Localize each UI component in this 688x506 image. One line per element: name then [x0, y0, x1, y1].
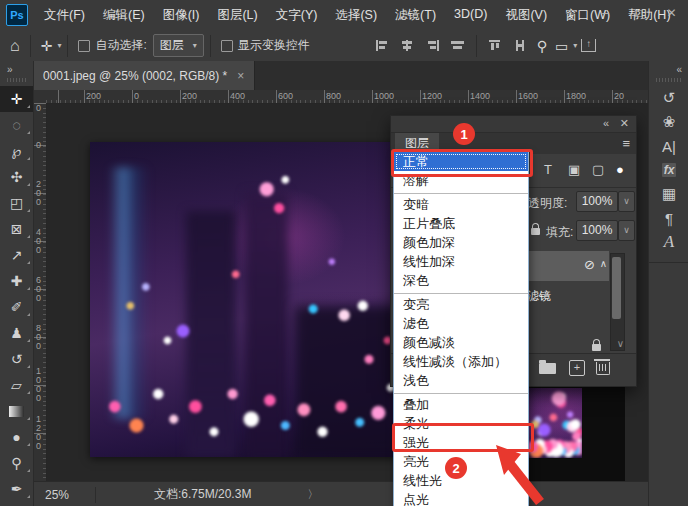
panel-menu-icon[interactable]: ≡: [622, 136, 630, 151]
minimize-button[interactable]: –: [589, 0, 622, 26]
panel-icon-paragraph[interactable]: ¶: [649, 206, 688, 230]
blend-mode-pin-light[interactable]: 点光: [394, 490, 528, 506]
panel-icon-color[interactable]: ❀: [649, 110, 688, 134]
new-layer-icon[interactable]: +: [569, 360, 585, 376]
chevron-up-icon[interactable]: ∧: [600, 258, 607, 269]
move-tool-preset-icon[interactable]: ✛: [37, 38, 57, 54]
dodge-tool[interactable]: ⚲: [0, 450, 33, 476]
align-right-icon[interactable]: [426, 40, 439, 51]
panel-icon-styles[interactable]: fx: [649, 158, 688, 182]
blend-mode-lighter-color[interactable]: 浅色: [394, 371, 528, 390]
history-brush-tool[interactable]: ↺: [0, 346, 33, 372]
menu-file[interactable]: 文件(F): [36, 3, 93, 28]
menu-view[interactable]: 视图(V): [497, 3, 555, 28]
panel-icon-character[interactable]: A|: [649, 134, 688, 158]
marquee-tool[interactable]: ◌: [0, 112, 33, 138]
move-tool[interactable]: ✛: [0, 86, 33, 112]
blend-mode-hard-light[interactable]: 强光: [394, 433, 528, 452]
document-tab[interactable]: 0001.jpeg @ 25% (0002, RGB/8) * ×: [33, 61, 255, 90]
frame-tool[interactable]: ⊠: [0, 216, 33, 242]
v-ruler-label: 600: [34, 276, 43, 303]
blend-mode-darker-color[interactable]: 深色: [394, 271, 528, 290]
brush-tool[interactable]: ✐: [0, 294, 33, 320]
blend-mode-color-burn[interactable]: 颜色加深: [394, 233, 528, 252]
eraser-tool[interactable]: ▱: [0, 372, 33, 398]
auto-select-checkbox[interactable]: [78, 40, 90, 52]
artboard-frame-icon[interactable]: ▭: [551, 38, 572, 54]
zoom-level-field[interactable]: 25%: [45, 488, 95, 502]
blend-mode-color-dodge[interactable]: 颜色减淡: [394, 333, 528, 352]
blend-mode-linear-light[interactable]: 线性光: [394, 471, 528, 490]
auto-select-dropdown[interactable]: 图层 ▾: [153, 34, 204, 57]
pen-tool[interactable]: ✒: [0, 476, 33, 502]
smart-filter-header[interactable]: ⊘ ∧: [526, 251, 609, 281]
scrollbar-thumb[interactable]: [612, 257, 621, 319]
distribute-vertical-icon[interactable]: [514, 40, 527, 51]
collapse-dock-icon[interactable]: «: [649, 61, 688, 75]
maximize-button[interactable]: □: [622, 0, 655, 26]
panel-icon-info[interactable]: ▦: [649, 182, 688, 206]
expand-tools-icon[interactable]: »: [0, 61, 33, 75]
menu-3d[interactable]: 3D(D): [446, 3, 495, 28]
distribute-icon[interactable]: [451, 40, 464, 51]
filter-shape-icon[interactable]: ▣: [568, 162, 580, 177]
share-export-icon[interactable]: ↑: [581, 39, 596, 52]
align-top-icon[interactable]: [489, 40, 502, 51]
crop-tool[interactable]: ◰: [0, 190, 33, 216]
menu-select[interactable]: 选择(S): [327, 3, 385, 28]
eyedropper-tool[interactable]: ↗: [0, 242, 33, 268]
quick-select-tool[interactable]: ✣: [0, 164, 33, 190]
new-group-icon[interactable]: [539, 363, 556, 374]
menu-image[interactable]: 图像(I): [155, 3, 208, 28]
close-panel-icon[interactable]: ✕: [620, 117, 629, 130]
opacity-caret-icon[interactable]: ∨: [618, 191, 635, 212]
ruler-origin[interactable]: [33, 90, 47, 104]
blend-mode-darken[interactable]: 变暗: [394, 195, 528, 214]
align-left-icon[interactable]: [376, 40, 389, 51]
search-icon[interactable]: ⚲: [533, 38, 551, 54]
delete-layer-icon[interactable]: [596, 362, 610, 375]
chevron-down-icon[interactable]: ∨: [617, 338, 624, 349]
blend-mode-linear-burn[interactable]: 线性加深: [394, 252, 528, 271]
tab-close-icon[interactable]: ×: [237, 69, 244, 83]
blend-mode-multiply[interactable]: 正片叠底: [394, 214, 528, 233]
blend-mode-linear-dodge[interactable]: 线性减淡（添加）: [394, 352, 528, 371]
clone-stamp-tool[interactable]: ♟: [0, 320, 33, 346]
lasso-tool[interactable]: ℘: [0, 138, 33, 164]
layers-scrollbar[interactable]: [610, 253, 625, 351]
fill-value[interactable]: 100%: [576, 220, 618, 241]
blend-mode-lighten[interactable]: 变亮: [394, 295, 528, 314]
panel-icon-history[interactable]: ↺: [649, 86, 688, 110]
align-center-icon[interactable]: [401, 40, 414, 51]
dock-grip[interactable]: [656, 78, 682, 82]
blend-mode-screen[interactable]: 滤色: [394, 314, 528, 333]
opacity-value[interactable]: 100%: [576, 191, 618, 212]
blend-mode-soft-light[interactable]: 柔光: [394, 414, 528, 433]
gradient-tool[interactable]: [0, 398, 33, 424]
panel-icon-glyphs[interactable]: A: [649, 230, 688, 254]
blur-tool[interactable]: ●: [0, 424, 33, 450]
blend-mode-normal[interactable]: 正常: [394, 152, 528, 171]
show-transform-checkbox[interactable]: [221, 40, 233, 52]
collapse-panel-icon[interactable]: «: [603, 117, 608, 129]
menu-filter[interactable]: 滤镜(T): [387, 3, 444, 28]
blend-mode-dissolve[interactable]: 溶解: [394, 171, 528, 190]
menu-layer[interactable]: 图层(L): [209, 3, 265, 28]
filter-type-icon[interactable]: T: [544, 162, 552, 177]
lock-all-icon[interactable]: [592, 344, 601, 351]
fill-caret-icon[interactable]: ∨: [618, 220, 635, 241]
home-icon[interactable]: ⌂: [6, 37, 24, 55]
close-button[interactable]: ✕: [655, 0, 688, 26]
document-size-info[interactable]: 文档:6.75M/20.3M: [154, 486, 251, 503]
canvas-image[interactable]: [90, 142, 400, 457]
dock-grip[interactable]: [7, 78, 26, 82]
lock-icon[interactable]: [531, 228, 540, 235]
blend-mode-overlay[interactable]: 叠加: [394, 395, 528, 414]
menu-type[interactable]: 文字(Y): [268, 3, 326, 28]
healing-brush-tool[interactable]: ✚: [0, 268, 33, 294]
filter-toggle-icon[interactable]: ●: [616, 162, 624, 177]
menu-edit[interactable]: 编辑(E): [95, 3, 153, 28]
filter-smart-object-icon[interactable]: ▢: [592, 162, 604, 177]
blend-mode-vivid-light[interactable]: 亮光: [394, 452, 528, 471]
status-expander-icon[interactable]: 〉: [307, 487, 318, 502]
